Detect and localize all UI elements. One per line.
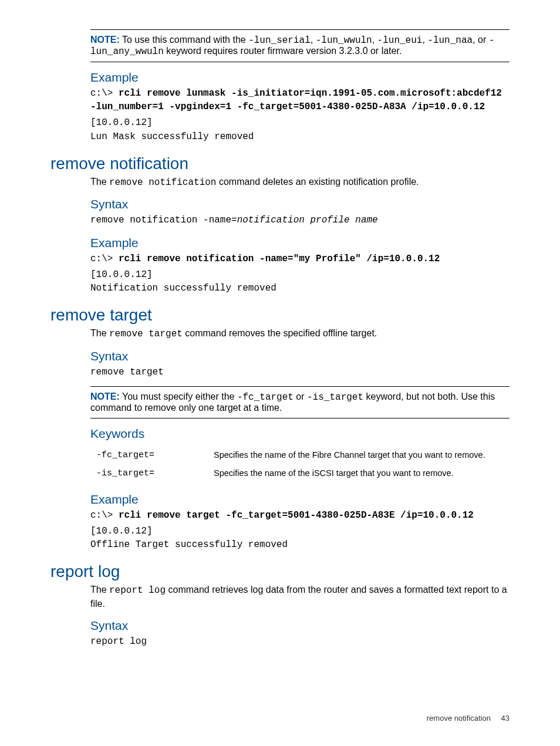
section-title-remove-notification: remove notification: [50, 154, 510, 173]
keyword-lun-wwuln: -lun_wwuln: [316, 35, 372, 46]
table-row: -is_target= Specifies the name of the iS…: [90, 466, 510, 484]
note-block: NOTE: To use this command with the -lun_…: [90, 30, 510, 62]
example-heading: Example: [90, 492, 510, 507]
note-block: NOTE: You must specify either the -fc_ta…: [90, 387, 510, 418]
syntax-code: remove target: [90, 366, 510, 379]
command-name: remove notification: [109, 177, 216, 188]
keyword-desc: Specifies the name of the iSCSI target t…: [214, 466, 510, 484]
syntax-code: report log: [90, 635, 510, 649]
example-output: [10.0.0.12] Offline Target successfully …: [90, 525, 510, 552]
note-text: You must specify either the -fc_target o…: [90, 391, 495, 413]
command-name: report log: [109, 585, 166, 596]
table-row: -fc_target= Specifies the name of the Fi…: [90, 448, 510, 466]
keywords-table: -fc_target= Specifies the name of the Fi…: [90, 448, 510, 484]
example-heading: Example: [90, 236, 510, 250]
keyword-lun-eui: -lun_eui: [377, 35, 423, 46]
footer-page-number: 43: [501, 714, 510, 723]
note-text: To use this command with the -lun_serial…: [90, 35, 494, 56]
syntax-code: remove notification -name=notification p…: [90, 214, 510, 227]
keyword-name: -fc_target=: [90, 448, 214, 466]
note-label: NOTE:: [90, 391, 120, 401]
example-output: [10.0.0.12] Notification successfully re…: [90, 268, 510, 295]
example-code: c:\> rcli remove lunmask -is_initiator=i…: [90, 87, 510, 114]
keywords-heading: Keywords: [90, 427, 510, 441]
keyword-lun-serial: -lun_serial: [248, 35, 311, 46]
section-intro: The report log command retrieves log dat…: [90, 583, 510, 610]
footer-section: remove notification: [427, 714, 491, 723]
page-footer: remove notification 43: [427, 714, 510, 723]
syntax-heading: Syntax: [90, 197, 510, 211]
example-code: c:\> rcli remove notification -name="my …: [90, 252, 510, 266]
example-code: c:\> rcli remove target -fc_target=5001-…: [90, 509, 510, 522]
note-label: NOTE:: [90, 35, 120, 45]
keyword-is-target: -is_target: [307, 392, 363, 403]
syntax-heading: Syntax: [90, 349, 510, 363]
section-title-report-log: report log: [50, 562, 510, 581]
syntax-heading: Syntax: [90, 619, 510, 633]
keyword-name: -is_target=: [90, 466, 214, 484]
keyword-desc: Specifies the name of the Fibre Channel …: [214, 448, 510, 466]
note-text-post: keyword requires router firmware version…: [164, 46, 402, 56]
note-text-pre: To use this command with the: [122, 35, 248, 45]
section-intro: The remove notification command deletes …: [90, 175, 510, 190]
example-heading: Example: [90, 70, 510, 85]
keyword-lun-naa: -lun_naa: [427, 35, 473, 46]
section-intro: The remove target command removes the sp…: [90, 327, 510, 341]
command-name: remove target: [109, 329, 183, 339]
section-title-remove-target: remove target: [50, 306, 510, 325]
example-output: [10.0.0.12] Lun Mask successfully remove…: [90, 116, 510, 143]
keyword-fc-target: -fc_target: [237, 392, 294, 403]
